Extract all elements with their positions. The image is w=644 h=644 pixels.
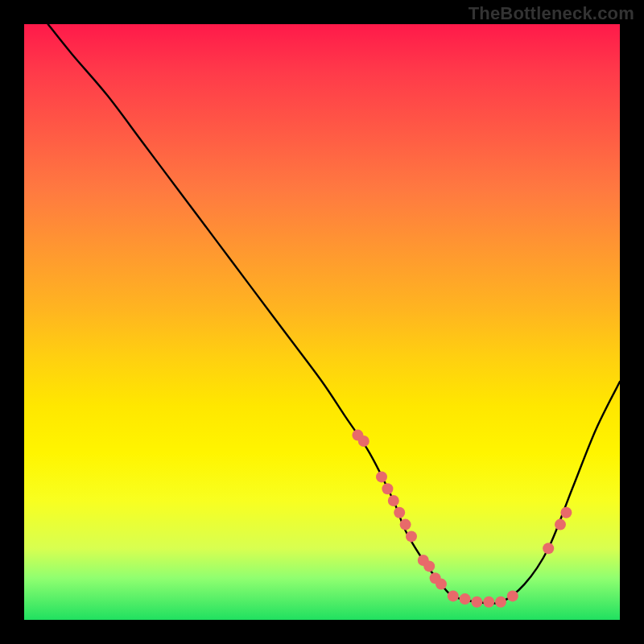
curve-marker [382, 483, 393, 494]
curve-marker [394, 507, 405, 518]
curve-marker [423, 560, 435, 572]
curve-layer [24, 24, 620, 620]
curve-marker [495, 597, 506, 608]
curve-marker [406, 530, 417, 542]
curve-marker [555, 519, 566, 530]
curve-marker [560, 507, 572, 518]
curve-marker [483, 597, 494, 608]
curve-marker [448, 590, 459, 601]
bottleneck-curve [48, 24, 620, 604]
curve-marker [543, 543, 554, 554]
curve-marker [400, 519, 411, 530]
curve-marker [460, 593, 471, 605]
watermark-label: TheBottleneck.com [469, 3, 634, 24]
marker-layer [352, 430, 572, 608]
curve-marker [388, 495, 399, 506]
curve-marker [436, 579, 447, 590]
curve-marker [358, 436, 369, 447]
chart-canvas: TheBottleneck.com [0, 0, 644, 644]
plot-area [24, 24, 620, 620]
curve-marker [471, 597, 482, 608]
curve-marker [376, 471, 387, 482]
curve-marker [507, 590, 518, 601]
